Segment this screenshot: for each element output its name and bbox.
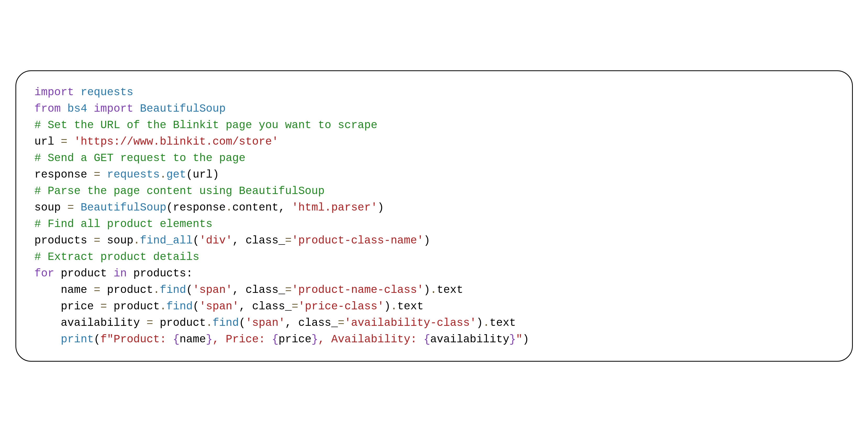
- token-variable: price: [61, 300, 100, 313]
- token-fstring-brace: }: [206, 333, 213, 346]
- token-operator: .: [206, 317, 213, 329]
- token-paren: ,: [285, 317, 298, 329]
- code-line-8: soup = BeautifulSoup(response.content, '…: [35, 200, 834, 216]
- token-comment: # Parse the page content using Beautiful…: [35, 185, 325, 197]
- code-line-6: response = requests.get(url): [35, 167, 834, 183]
- token-variable: products: [133, 267, 186, 280]
- token-string: 'price-class': [298, 300, 384, 313]
- token-variable: availability: [61, 317, 147, 329]
- token-module: BeautifulSoup: [140, 102, 226, 115]
- token-operator: .: [133, 234, 140, 247]
- code-line-15: availability = product.find('span', clas…: [35, 315, 834, 331]
- code-line-1: import requests: [35, 84, 834, 101]
- token-paren: ,: [278, 201, 291, 214]
- token-variable: product: [114, 300, 160, 313]
- indent: [35, 300, 61, 313]
- token-function-call: find: [166, 300, 193, 313]
- token-keyword: from: [35, 102, 67, 115]
- token-paren: ,: [232, 284, 245, 296]
- token-module: requests: [107, 168, 160, 181]
- token-variable: products: [35, 234, 94, 247]
- token-operator: =: [94, 284, 107, 296]
- token-operator: =: [61, 135, 74, 148]
- indent: [35, 284, 61, 296]
- token-paren: ): [523, 333, 529, 346]
- token-string: 'https://www.blinkit.com/store': [74, 135, 278, 148]
- token-operator: =: [285, 234, 291, 247]
- token-paren: ): [424, 234, 430, 247]
- token-paren: (: [166, 201, 173, 214]
- token-paren: (: [193, 234, 199, 247]
- token-operator: =: [100, 300, 114, 313]
- token-string: ": [516, 333, 523, 346]
- token-string: 'span': [193, 284, 232, 296]
- token-variable: class_: [252, 300, 291, 313]
- token-string: 'availability-class': [344, 317, 476, 329]
- token-comment: # Set the URL of the Blinkit page you wa…: [35, 119, 378, 132]
- token-variable: response: [35, 168, 94, 181]
- token-variable: class_: [245, 234, 285, 247]
- token-operator: =: [67, 201, 81, 214]
- token-variable: availability: [430, 333, 509, 346]
- token-variable: soup: [35, 201, 67, 214]
- code-line-5: # Send a GET request to the page: [35, 150, 834, 167]
- token-string: 'span': [199, 300, 239, 313]
- token-variable: product: [107, 284, 153, 296]
- token-string: f"Product:: [100, 333, 173, 346]
- token-paren: (: [94, 333, 100, 346]
- token-attr: content: [232, 201, 278, 214]
- token-string: 'product-class-name': [292, 234, 424, 247]
- token-comment: # Send a GET request to the page: [35, 152, 246, 165]
- token-paren: (: [186, 284, 193, 296]
- token-variable: class_: [245, 284, 285, 296]
- token-function-call: find: [160, 284, 186, 296]
- token-keyword: in: [114, 267, 133, 280]
- token-variable: product: [160, 317, 206, 329]
- token-operator: .: [483, 317, 490, 329]
- token-attr: text: [397, 300, 424, 313]
- token-string: 'html.parser': [292, 201, 378, 214]
- token-paren: (: [186, 168, 193, 181]
- token-string: , Availability:: [318, 333, 424, 346]
- token-paren: (: [193, 300, 199, 313]
- token-paren: ): [377, 201, 384, 214]
- token-operator: .: [430, 284, 437, 296]
- token-function-call: find_all: [140, 234, 193, 247]
- code-line-10: products = soup.find_all('div', class_='…: [35, 232, 834, 249]
- token-function-call: get: [166, 168, 186, 181]
- token-operator: .: [391, 300, 397, 313]
- token-variable: name: [180, 333, 206, 346]
- token-function-call: find: [213, 317, 239, 329]
- token-operator: .: [160, 168, 166, 181]
- token-operator: =: [292, 300, 298, 313]
- token-paren: (: [239, 317, 245, 329]
- token-keyword: import: [35, 86, 81, 99]
- token-paren: ): [424, 284, 430, 296]
- token-operator: =: [94, 168, 107, 181]
- token-variable: url: [35, 135, 61, 148]
- token-module: BeautifulSoup: [81, 201, 166, 214]
- token-fstring-brace: {: [424, 333, 430, 346]
- code-line-14: price = product.find('span', class_='pri…: [35, 298, 834, 315]
- code-line-12: for product in products:: [35, 265, 834, 282]
- token-operator: =: [147, 317, 160, 329]
- code-line-13: name = product.find('span', class_='prod…: [35, 282, 834, 298]
- code-line-7: # Parse the page content using Beautiful…: [35, 183, 834, 200]
- code-line-9: # Find all product elements: [35, 216, 834, 232]
- indent: [35, 333, 61, 346]
- token-variable: name: [61, 284, 94, 296]
- token-paren: ,: [239, 300, 252, 313]
- token-variable: class_: [298, 317, 338, 329]
- token-comment: # Extract product details: [35, 251, 199, 263]
- token-attr: text: [490, 317, 516, 329]
- token-variable: response: [173, 201, 226, 214]
- token-variable: soup: [107, 234, 133, 247]
- token-operator: .: [160, 300, 166, 313]
- token-string: 'product-name-class': [292, 284, 424, 296]
- token-operator: .: [225, 201, 232, 214]
- code-line-4: url = 'https://www.blinkit.com/store': [35, 134, 834, 150]
- token-operator: =: [94, 234, 107, 247]
- token-operator: =: [285, 284, 291, 296]
- token-paren: ): [213, 168, 219, 181]
- token-keyword: import: [94, 102, 140, 115]
